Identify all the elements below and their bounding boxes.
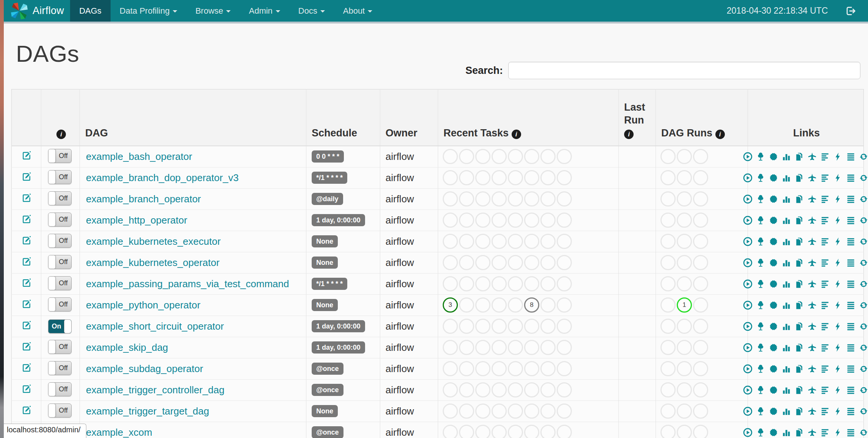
dag-link[interactable]: example_passing_params_via_test_command xyxy=(86,278,289,289)
refresh-icon[interactable] xyxy=(859,215,868,225)
task-state-circle[interactable] xyxy=(459,319,474,334)
graph-view-icon[interactable] xyxy=(768,427,779,438)
graph-view-icon[interactable] xyxy=(768,258,779,268)
task-state-circle[interactable] xyxy=(677,234,692,249)
task-state-circle[interactable]: 8 xyxy=(524,297,539,313)
task-state-circle[interactable] xyxy=(524,213,539,228)
code-view-icon[interactable] xyxy=(833,236,843,247)
pause-toggle[interactable]: Off xyxy=(48,149,72,163)
task-state-circle[interactable] xyxy=(557,255,572,270)
task-state-circle[interactable] xyxy=(492,297,507,313)
code-view-icon[interactable] xyxy=(833,152,843,162)
logs-icon[interactable] xyxy=(846,258,856,268)
task-state-circle[interactable] xyxy=(443,170,458,185)
nav-item[interactable]: About xyxy=(334,0,382,22)
gantt-view-icon[interactable] xyxy=(820,427,830,438)
task-state-circle[interactable] xyxy=(443,191,458,206)
trigger-dag-icon[interactable] xyxy=(743,343,753,353)
dag-link[interactable]: example_skip_dag xyxy=(86,342,168,353)
task-state-circle[interactable] xyxy=(459,191,474,206)
edit-dag-icon[interactable] xyxy=(21,171,32,183)
graph-view-icon[interactable] xyxy=(768,279,779,289)
task-duration-icon[interactable] xyxy=(781,215,792,225)
task-state-circle[interactable] xyxy=(677,170,692,185)
logs-icon[interactable] xyxy=(846,194,856,204)
task-tries-icon[interactable] xyxy=(794,215,804,225)
logs-icon[interactable] xyxy=(846,427,856,438)
refresh-icon[interactable] xyxy=(859,152,868,162)
task-state-circle[interactable] xyxy=(475,382,490,397)
trigger-dag-icon[interactable] xyxy=(743,194,753,204)
edit-dag-icon[interactable] xyxy=(21,235,32,246)
task-state-circle[interactable] xyxy=(660,170,676,185)
landing-times-icon[interactable] xyxy=(807,258,817,268)
trigger-dag-icon[interactable] xyxy=(743,236,753,247)
task-state-circle[interactable] xyxy=(508,404,523,419)
pause-toggle[interactable]: Off xyxy=(48,170,72,184)
schedule-badge[interactable]: None xyxy=(312,257,338,269)
landing-times-icon[interactable] xyxy=(807,173,817,183)
task-duration-icon[interactable] xyxy=(781,385,792,395)
task-state-circle[interactable] xyxy=(524,276,539,291)
task-state-circle[interactable] xyxy=(475,361,490,376)
tree-view-icon[interactable] xyxy=(756,364,766,374)
task-state-circle[interactable] xyxy=(660,340,676,355)
schedule-badge[interactable]: 0 0 * * * xyxy=(312,150,344,163)
schedule-badge[interactable]: @once xyxy=(312,384,343,396)
task-tries-icon[interactable] xyxy=(794,406,804,416)
pause-toggle[interactable]: Off xyxy=(48,361,72,375)
refresh-icon[interactable] xyxy=(859,364,868,374)
task-state-circle[interactable] xyxy=(459,340,474,355)
edit-dag-icon[interactable] xyxy=(21,341,32,352)
task-state-circle[interactable] xyxy=(557,213,572,228)
trigger-dag-icon[interactable] xyxy=(743,300,753,310)
task-tries-icon[interactable] xyxy=(794,343,804,353)
task-state-circle[interactable] xyxy=(524,234,539,249)
landing-times-icon[interactable] xyxy=(807,321,817,332)
task-duration-icon[interactable] xyxy=(781,343,792,353)
task-state-circle[interactable] xyxy=(557,382,572,397)
tree-view-icon[interactable] xyxy=(756,406,766,416)
task-state-circle[interactable] xyxy=(492,234,507,249)
task-state-circle[interactable] xyxy=(459,382,474,397)
schedule-badge[interactable]: */1 * * * * xyxy=(312,278,347,290)
search-input[interactable] xyxy=(508,62,860,79)
task-state-circle[interactable] xyxy=(693,340,708,355)
task-state-circle[interactable] xyxy=(557,276,572,291)
gantt-view-icon[interactable] xyxy=(820,215,830,225)
gantt-view-icon[interactable] xyxy=(820,364,830,374)
task-tries-icon[interactable] xyxy=(794,300,804,310)
task-state-circle[interactable] xyxy=(492,404,507,419)
task-tries-icon[interactable] xyxy=(794,258,804,268)
graph-view-icon[interactable] xyxy=(768,385,779,395)
dag-link[interactable]: example_kubernetes_executor xyxy=(86,236,221,247)
task-state-circle[interactable] xyxy=(475,297,490,313)
gantt-view-icon[interactable] xyxy=(820,343,830,353)
task-state-circle[interactable] xyxy=(693,425,708,438)
schedule-badge[interactable]: None xyxy=(312,405,338,417)
task-state-circle[interactable] xyxy=(475,234,490,249)
edit-dag-icon[interactable] xyxy=(21,150,32,161)
task-state-circle[interactable] xyxy=(540,234,556,249)
gantt-view-icon[interactable] xyxy=(820,385,830,395)
edit-dag-icon[interactable] xyxy=(21,192,32,204)
schedule-badge[interactable]: 1 day, 0:00:00 xyxy=(312,320,365,332)
task-state-circle[interactable] xyxy=(492,191,507,206)
refresh-icon[interactable] xyxy=(859,427,868,438)
code-view-icon[interactable] xyxy=(833,343,843,353)
landing-times-icon[interactable] xyxy=(807,236,817,247)
gantt-view-icon[interactable] xyxy=(820,300,830,310)
task-state-circle[interactable] xyxy=(540,276,556,291)
task-state-circle[interactable] xyxy=(693,170,708,185)
task-state-circle[interactable] xyxy=(492,425,507,438)
trigger-dag-icon[interactable] xyxy=(743,152,753,162)
trigger-dag-icon[interactable] xyxy=(743,406,753,416)
task-state-circle[interactable] xyxy=(677,425,692,438)
gantt-view-icon[interactable] xyxy=(820,279,830,289)
task-state-circle[interactable] xyxy=(524,149,539,164)
task-state-circle[interactable] xyxy=(492,319,507,334)
graph-view-icon[interactable] xyxy=(768,321,779,332)
task-state-circle[interactable] xyxy=(677,319,692,334)
logs-icon[interactable] xyxy=(846,215,856,225)
task-state-circle[interactable] xyxy=(557,425,572,438)
